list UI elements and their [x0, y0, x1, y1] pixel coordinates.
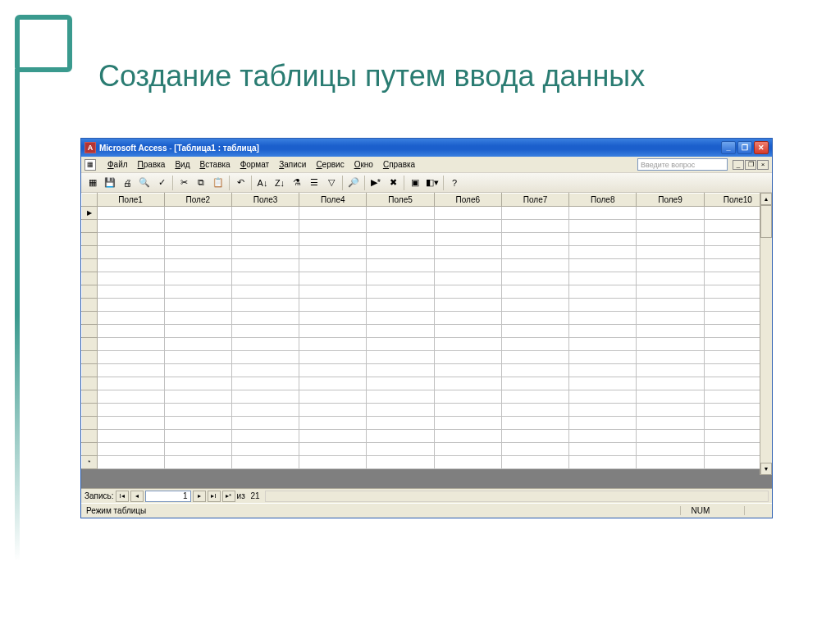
cell[interactable] [569, 246, 637, 259]
cell[interactable] [501, 456, 568, 469]
cell[interactable] [637, 285, 704, 299]
cell[interactable] [164, 272, 231, 285]
column-header-4[interactable]: Поле4 [299, 194, 367, 207]
cell[interactable] [231, 272, 299, 285]
undo-icon[interactable]: ↶ [232, 175, 249, 191]
cell[interactable] [367, 312, 434, 325]
cell[interactable] [434, 246, 501, 259]
cell[interactable] [164, 285, 231, 299]
cell[interactable] [637, 390, 704, 404]
column-header-9[interactable]: Поле9 [637, 194, 704, 207]
cell[interactable] [637, 325, 704, 338]
cell[interactable] [569, 338, 637, 351]
menu-файл[interactable]: Файл [103, 158, 133, 171]
cell[interactable] [97, 246, 164, 259]
row-selector[interactable] [82, 404, 98, 417]
cell[interactable] [367, 430, 434, 443]
cell[interactable] [637, 246, 704, 259]
cell[interactable] [367, 325, 434, 338]
cell[interactable] [569, 272, 637, 285]
cell[interactable] [299, 272, 367, 285]
cell[interactable] [501, 285, 568, 299]
database-window-icon[interactable]: ▣ [407, 175, 423, 191]
cell[interactable] [97, 312, 164, 325]
cell[interactable] [164, 299, 231, 312]
cell[interactable] [231, 325, 299, 338]
cell[interactable] [231, 430, 299, 443]
cell[interactable] [637, 272, 704, 285]
cell[interactable] [501, 259, 568, 272]
cell[interactable] [637, 233, 704, 246]
cell[interactable] [501, 272, 568, 285]
row-selector[interactable]: ▶ [82, 207, 98, 220]
cell[interactable] [299, 259, 367, 272]
cell[interactable] [637, 312, 704, 325]
cell[interactable] [637, 299, 704, 312]
cell[interactable] [164, 325, 231, 338]
menu-вставка[interactable]: Вставка [194, 158, 235, 171]
new-object-icon[interactable]: ◧▾ [424, 175, 441, 191]
cell[interactable] [164, 364, 231, 377]
cell[interactable] [434, 285, 501, 299]
cell[interactable] [569, 390, 637, 404]
cell[interactable] [367, 377, 434, 390]
cell[interactable] [569, 443, 637, 456]
cell[interactable] [367, 299, 434, 312]
cell[interactable] [299, 312, 367, 325]
cell[interactable] [569, 430, 637, 443]
cell[interactable] [501, 233, 568, 246]
cell[interactable] [299, 233, 367, 246]
cell[interactable] [637, 430, 704, 443]
help-search-input[interactable]: Введите вопрос [637, 158, 728, 171]
cell[interactable] [299, 390, 367, 404]
cell[interactable] [97, 259, 164, 272]
cell[interactable] [97, 443, 164, 456]
cell[interactable] [164, 390, 231, 404]
cell[interactable] [501, 364, 568, 377]
cell[interactable] [569, 299, 637, 312]
nav-prev-button[interactable]: ◂ [130, 491, 144, 502]
menu-записи[interactable]: Записи [274, 158, 311, 171]
row-selector[interactable] [82, 364, 98, 377]
cell[interactable] [501, 430, 568, 443]
cell[interactable] [637, 207, 704, 220]
cell[interactable] [434, 299, 501, 312]
cell[interactable] [434, 364, 501, 377]
menu-окно[interactable]: Окно [349, 158, 378, 171]
cell[interactable] [367, 259, 434, 272]
cell[interactable] [299, 364, 367, 377]
row-selector[interactable] [82, 259, 98, 272]
cell[interactable] [231, 246, 299, 259]
cell[interactable] [231, 404, 299, 417]
mdi-restore-button[interactable]: ❐ [745, 160, 756, 170]
cell[interactable] [569, 377, 637, 390]
cell[interactable] [637, 351, 704, 364]
cell[interactable] [97, 233, 164, 246]
cell[interactable] [97, 417, 164, 430]
cell[interactable] [164, 417, 231, 430]
cell[interactable] [97, 220, 164, 233]
mdi-system-icon[interactable]: ▦ [84, 159, 96, 171]
menu-правка[interactable]: Правка [133, 158, 171, 171]
cell[interactable] [164, 233, 231, 246]
cell[interactable] [501, 404, 568, 417]
column-header-7[interactable]: Поле7 [501, 194, 568, 207]
cell[interactable] [299, 430, 367, 443]
cell[interactable] [434, 417, 501, 430]
cell[interactable] [97, 390, 164, 404]
row-selector[interactable] [82, 299, 98, 312]
cell[interactable] [231, 456, 299, 469]
cell[interactable] [97, 325, 164, 338]
cell[interactable] [367, 351, 434, 364]
cell[interactable] [164, 312, 231, 325]
cell[interactable] [164, 246, 231, 259]
row-selector[interactable] [82, 285, 98, 299]
delete-record-icon[interactable]: ✖ [385, 175, 401, 191]
cell[interactable] [231, 233, 299, 246]
row-selector[interactable] [82, 233, 98, 246]
datagrid[interactable]: Поле1Поле2Поле3Поле4Поле5Поле6Поле7Поле8… [81, 193, 772, 469]
save-icon[interactable]: 💾 [102, 175, 118, 191]
row-selector[interactable] [82, 272, 98, 285]
cell[interactable] [637, 377, 704, 390]
record-number-input[interactable] [145, 491, 191, 502]
